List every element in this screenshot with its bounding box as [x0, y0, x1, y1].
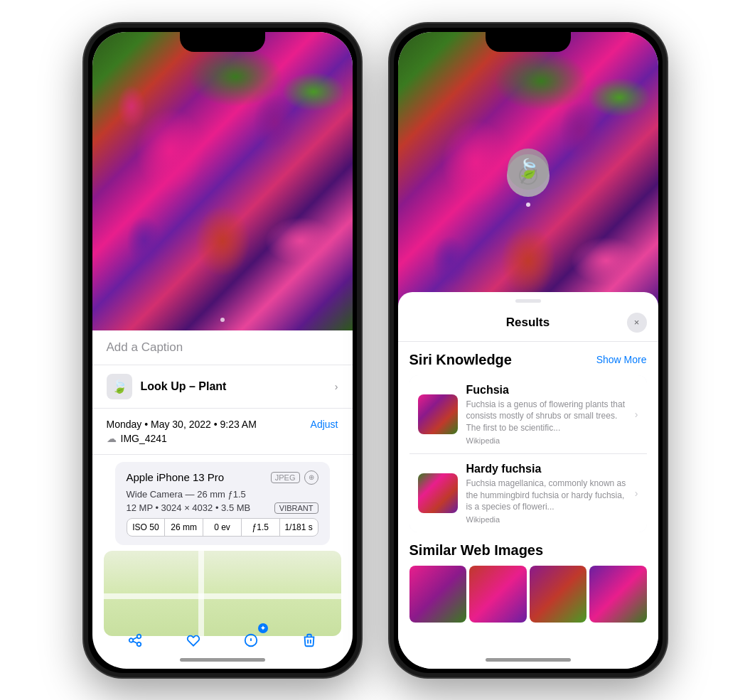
siri-knowledge-title: Siri Knowledge — [409, 352, 512, 368]
fuchsia-thumbnail — [418, 394, 458, 434]
mp-text: 12 MP • 3024 × 4032 • 3.5 MB — [127, 502, 251, 513]
favorite-button[interactable] — [179, 626, 208, 655]
home-bar-right — [486, 658, 571, 662]
caption-area[interactable]: Add a Caption — [92, 330, 353, 365]
lookup-chevron-icon: › — [335, 381, 338, 392]
cloud-icon: ☁ — [107, 433, 117, 444]
hardy-chevron-icon: › — [635, 488, 638, 499]
bottom-toolbar: ✦ — [92, 626, 353, 655]
exif-row: ISO 50 26 mm 0 ev ƒ1.5 1/181 s — [127, 518, 318, 537]
map-road — [104, 593, 341, 599]
lookup-icon: 🍃 — [107, 374, 132, 399]
notch — [180, 28, 265, 52]
fuchsia-name: Fuchsia — [466, 384, 626, 397]
knowledge-item-fuchsia[interactable]: Fuchsia Fuchsia is a genus of flowering … — [409, 375, 647, 454]
info-button[interactable]: ✦ — [237, 626, 265, 655]
sheet-close-button[interactable]: × — [627, 313, 647, 333]
lookup-row[interactable]: 🍃 Look Up – Plant › — [92, 365, 353, 409]
lookup-prefix: Look Up – — [141, 380, 195, 392]
similar-image-3[interactable] — [530, 566, 587, 623]
filename-text: IMG_4241 — [121, 433, 167, 444]
fuchsia-chevron-icon: › — [635, 409, 638, 420]
siri-knowledge-header: Siri Knowledge Show More — [409, 352, 647, 368]
camera-section: Apple iPhone 13 Pro JPEG ⊕ Wide Camera —… — [115, 462, 330, 545]
camera-detail: Wide Camera — 26 mm ƒ1.5 — [127, 489, 318, 500]
camera-header: Apple iPhone 13 Pro JPEG ⊕ — [127, 470, 318, 485]
photo-image[interactable] — [92, 32, 353, 330]
hardy-description: Fuchsia magellanica, commonly known as t… — [466, 478, 626, 513]
date-info-section: Monday • May 30, 2022 • 9:23 AM Adjust ☁… — [92, 409, 353, 455]
map-road2 — [198, 551, 204, 636]
exif-aperture: ƒ1.5 — [242, 519, 280, 536]
fuchsia-description: Fuchsia is a genus of flowering plants t… — [466, 399, 626, 434]
lookup-subject: Plant — [198, 380, 226, 392]
similar-title: Similar Web Images — [409, 542, 647, 559]
similar-image-2[interactable] — [469, 566, 527, 623]
similar-section: Similar Web Images — [409, 542, 647, 623]
exif-focal: 26 mm — [165, 519, 203, 536]
visual-lookup-circle[interactable]: 🍃 — [508, 149, 549, 190]
filename-row: ☁ IMG_4241 — [107, 433, 338, 444]
date-row: Monday • May 30, 2022 • 9:23 AM Adjust — [107, 419, 338, 430]
left-screen: Add a Caption 🍃 Look Up – Plant › Monday… — [92, 32, 353, 669]
left-phone: Add a Caption 🍃 Look Up – Plant › Monday… — [84, 23, 361, 677]
fuchsia-source: Wikipedia — [466, 436, 626, 445]
camera-section-wrapper: Apple iPhone 13 Pro JPEG ⊕ Wide Camera —… — [92, 455, 353, 545]
right-screen: 🍃 Results × Siri Knowledge Show More — [398, 32, 658, 669]
results-sheet: Results × Siri Knowledge Show More — [398, 292, 658, 669]
similar-image-1[interactable] — [409, 566, 467, 623]
camera-badges: JPEG ⊕ — [271, 470, 318, 485]
jpeg-badge: JPEG — [271, 472, 300, 483]
date-text: Monday • May 30, 2022 • 9:23 AM — [107, 419, 257, 430]
vibrant-badge: VIBRANT — [274, 502, 318, 514]
similar-images-row — [409, 566, 647, 623]
map-section[interactable] — [104, 551, 341, 636]
share-button[interactable] — [121, 626, 149, 655]
knowledge-item-hardy[interactable]: Hardy fuchsia Fuchsia magellanica, commo… — [409, 454, 647, 532]
sheet-header: Results × — [398, 308, 658, 342]
home-bar-left — [180, 658, 265, 662]
photo-dot-indicator — [220, 318, 225, 322]
right-phone: 🍃 Results × Siri Knowledge Show More — [390, 23, 667, 677]
knowledge-card: Fuchsia Fuchsia is a genus of flowering … — [409, 375, 647, 533]
camera-model: Apple iPhone 13 Pro — [127, 471, 225, 483]
show-more-button[interactable]: Show More — [596, 354, 647, 365]
hardy-source: Wikipedia — [466, 515, 626, 524]
exif-ev: 0 ev — [203, 519, 242, 536]
location-icon: ⊕ — [304, 470, 318, 485]
hardy-name: Hardy fuchsia — [466, 463, 626, 475]
info-badge: ✦ — [258, 623, 268, 633]
sheet-handle[interactable] — [515, 299, 541, 303]
leaf-icon: 🍃 — [112, 379, 127, 394]
hardy-thumbnail — [418, 473, 458, 513]
caption-placeholder[interactable]: Add a Caption — [107, 340, 183, 354]
fuchsia-text: Fuchsia Fuchsia is a genus of flowering … — [466, 384, 626, 445]
mp-row: 12 MP • 3024 × 4032 • 3.5 MB VIBRANT — [127, 502, 318, 514]
exif-shutter: 1/181 s — [280, 519, 318, 536]
adjust-button[interactable]: Adjust — [311, 419, 338, 430]
visual-search-dot — [526, 203, 530, 207]
hardy-text: Hardy fuchsia Fuchsia magellanica, commo… — [466, 463, 626, 524]
exif-iso: ISO 50 — [127, 519, 166, 536]
lookup-label: Look Up – Plant — [141, 380, 227, 393]
similar-image-4[interactable] — [589, 566, 647, 623]
notch-right — [486, 28, 571, 52]
delete-button[interactable] — [295, 626, 323, 655]
sheet-title: Results — [429, 316, 627, 330]
sheet-content: Siri Knowledge Show More Fuchsia Fuchsia… — [398, 342, 658, 633]
